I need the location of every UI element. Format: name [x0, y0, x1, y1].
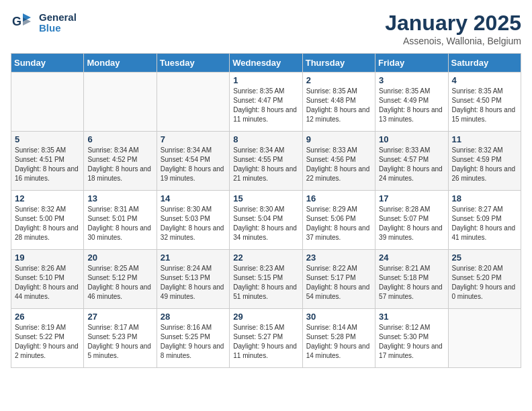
day-number: 30 [306, 312, 371, 322]
calendar-cell: 1Sunrise: 8:35 AM Sunset: 4:47 PM Daylig… [230, 73, 302, 132]
day-info: Sunrise: 8:14 AM Sunset: 5:28 PM Dayligh… [306, 323, 371, 361]
day-number: 8 [233, 134, 298, 144]
calendar-cell: 22Sunrise: 8:23 AM Sunset: 5:15 PM Dayli… [230, 250, 302, 309]
day-of-week-header: Thursday [302, 54, 375, 73]
day-info: Sunrise: 8:21 AM Sunset: 5:18 PM Dayligh… [379, 264, 444, 302]
day-number: 23 [306, 253, 371, 263]
day-info: Sunrise: 8:33 AM Sunset: 4:57 PM Dayligh… [379, 146, 444, 183]
day-info: Sunrise: 8:26 AM Sunset: 5:10 PM Dayligh… [15, 264, 80, 302]
day-info: Sunrise: 8:16 AM Sunset: 5:25 PM Dayligh… [161, 323, 226, 361]
day-info: Sunrise: 8:35 AM Sunset: 4:49 PM Dayligh… [379, 87, 444, 124]
calendar-cell: 15Sunrise: 8:30 AM Sunset: 5:04 PM Dayli… [230, 191, 302, 250]
day-info: Sunrise: 8:31 AM Sunset: 5:01 PM Dayligh… [87, 205, 152, 242]
day-number: 25 [452, 253, 517, 263]
calendar-cell: 2Sunrise: 8:35 AM Sunset: 4:48 PM Daylig… [302, 73, 375, 132]
day-info: Sunrise: 8:34 AM Sunset: 4:55 PM Dayligh… [233, 146, 298, 183]
day-of-week-header: Saturday [448, 54, 521, 73]
calendar-cell: 17Sunrise: 8:28 AM Sunset: 5:07 PM Dayli… [375, 191, 448, 250]
day-info: Sunrise: 8:12 AM Sunset: 5:30 PM Dayligh… [379, 323, 444, 361]
svg-text:G: G [12, 15, 21, 28]
calendar-cell: 20Sunrise: 8:25 AM Sunset: 5:12 PM Dayli… [84, 250, 157, 309]
calendar-cell: 9Sunrise: 8:33 AM Sunset: 4:56 PM Daylig… [302, 132, 375, 191]
calendar-week-row: 26Sunrise: 8:19 AM Sunset: 5:22 PM Dayli… [11, 309, 521, 368]
calendar-cell: 27Sunrise: 8:17 AM Sunset: 5:23 PM Dayli… [84, 309, 157, 368]
calendar-cell: 10Sunrise: 8:33 AM Sunset: 4:57 PM Dayli… [375, 132, 448, 191]
calendar-cell: 16Sunrise: 8:29 AM Sunset: 5:06 PM Dayli… [302, 191, 375, 250]
day-number: 18 [452, 193, 517, 203]
day-number: 5 [15, 134, 80, 144]
day-info: Sunrise: 8:35 AM Sunset: 4:51 PM Dayligh… [15, 146, 80, 183]
day-of-week-header: Wednesday [230, 54, 302, 73]
day-info: Sunrise: 8:32 AM Sunset: 5:00 PM Dayligh… [15, 205, 80, 242]
calendar-cell: 28Sunrise: 8:16 AM Sunset: 5:25 PM Dayli… [157, 309, 229, 368]
calendar-week-row: 12Sunrise: 8:32 AM Sunset: 5:00 PM Dayli… [11, 191, 521, 250]
day-info: Sunrise: 8:17 AM Sunset: 5:23 PM Dayligh… [87, 323, 152, 361]
day-number: 21 [161, 253, 226, 263]
calendar-cell: 30Sunrise: 8:14 AM Sunset: 5:28 PM Dayli… [302, 309, 375, 368]
day-info: Sunrise: 8:25 AM Sunset: 5:12 PM Dayligh… [87, 264, 152, 302]
day-number: 10 [379, 134, 444, 144]
page-header: G General Blue January 2025 Assenois, Wa… [11, 11, 521, 46]
logo: G General Blue [11, 11, 77, 35]
calendar-title: January 2025 [385, 11, 521, 36]
calendar-cell: 31Sunrise: 8:12 AM Sunset: 5:30 PM Dayli… [375, 309, 448, 368]
calendar-cell: 8Sunrise: 8:34 AM Sunset: 4:55 PM Daylig… [230, 132, 302, 191]
calendar-cell: 13Sunrise: 8:31 AM Sunset: 5:01 PM Dayli… [84, 191, 157, 250]
calendar-cell [448, 309, 521, 368]
day-number: 4 [452, 75, 517, 85]
day-number: 22 [233, 253, 298, 263]
day-of-week-header: Sunday [11, 54, 84, 73]
day-info: Sunrise: 8:30 AM Sunset: 5:04 PM Dayligh… [233, 205, 298, 242]
calendar-cell: 12Sunrise: 8:32 AM Sunset: 5:00 PM Dayli… [11, 191, 84, 250]
day-number: 24 [379, 253, 444, 263]
day-of-week-header: Tuesday [157, 54, 229, 73]
logo-icon: G [11, 11, 35, 35]
day-info: Sunrise: 8:35 AM Sunset: 4:48 PM Dayligh… [306, 87, 371, 124]
day-number: 11 [452, 134, 517, 144]
calendar-cell: 24Sunrise: 8:21 AM Sunset: 5:18 PM Dayli… [375, 250, 448, 309]
day-number: 13 [87, 193, 152, 203]
day-of-week-header: Monday [84, 54, 157, 73]
day-number: 19 [15, 253, 80, 263]
day-number: 7 [161, 134, 226, 144]
day-info: Sunrise: 8:27 AM Sunset: 5:09 PM Dayligh… [452, 205, 517, 242]
day-info: Sunrise: 8:22 AM Sunset: 5:17 PM Dayligh… [306, 264, 371, 302]
calendar-cell [157, 73, 229, 132]
day-number: 1 [233, 75, 298, 85]
calendar-week-row: 5Sunrise: 8:35 AM Sunset: 4:51 PM Daylig… [11, 132, 521, 191]
day-number: 29 [233, 312, 298, 322]
calendar-cell: 26Sunrise: 8:19 AM Sunset: 5:22 PM Dayli… [11, 309, 84, 368]
calendar-week-row: 1Sunrise: 8:35 AM Sunset: 4:47 PM Daylig… [11, 73, 521, 132]
day-info: Sunrise: 8:33 AM Sunset: 4:56 PM Dayligh… [306, 146, 371, 183]
day-info: Sunrise: 8:34 AM Sunset: 4:54 PM Dayligh… [161, 146, 226, 183]
calendar-week-row: 19Sunrise: 8:26 AM Sunset: 5:10 PM Dayli… [11, 250, 521, 309]
calendar-cell [11, 73, 84, 132]
day-number: 31 [379, 312, 444, 322]
calendar-cell: 14Sunrise: 8:30 AM Sunset: 5:03 PM Dayli… [157, 191, 229, 250]
calendar-cell: 21Sunrise: 8:24 AM Sunset: 5:13 PM Dayli… [157, 250, 229, 309]
day-info: Sunrise: 8:20 AM Sunset: 5:20 PM Dayligh… [452, 264, 517, 302]
day-of-week-header: Friday [375, 54, 448, 73]
day-number: 3 [379, 75, 444, 85]
title-block: January 2025 Assenois, Wallonia, Belgium [385, 11, 521, 46]
calendar-cell: 5Sunrise: 8:35 AM Sunset: 4:51 PM Daylig… [11, 132, 84, 191]
calendar-subtitle: Assenois, Wallonia, Belgium [385, 36, 521, 46]
day-info: Sunrise: 8:35 AM Sunset: 4:50 PM Dayligh… [452, 87, 517, 124]
day-number: 28 [161, 312, 226, 322]
day-number: 27 [87, 312, 152, 322]
day-info: Sunrise: 8:28 AM Sunset: 5:07 PM Dayligh… [379, 205, 444, 242]
day-info: Sunrise: 8:29 AM Sunset: 5:06 PM Dayligh… [306, 205, 371, 242]
calendar-header-row: SundayMondayTuesdayWednesdayThursdayFrid… [11, 54, 521, 73]
calendar-table: SundayMondayTuesdayWednesdayThursdayFrid… [11, 53, 521, 368]
day-number: 26 [15, 312, 80, 322]
calendar-cell: 29Sunrise: 8:15 AM Sunset: 5:27 PM Dayli… [230, 309, 302, 368]
calendar-cell: 23Sunrise: 8:22 AM Sunset: 5:17 PM Dayli… [302, 250, 375, 309]
day-number: 6 [87, 134, 152, 144]
day-info: Sunrise: 8:35 AM Sunset: 4:47 PM Dayligh… [233, 87, 298, 124]
day-info: Sunrise: 8:30 AM Sunset: 5:03 PM Dayligh… [161, 205, 226, 242]
calendar-cell: 6Sunrise: 8:34 AM Sunset: 4:52 PM Daylig… [84, 132, 157, 191]
day-number: 2 [306, 75, 371, 85]
day-number: 15 [233, 193, 298, 203]
calendar-cell: 25Sunrise: 8:20 AM Sunset: 5:20 PM Dayli… [448, 250, 521, 309]
calendar-cell: 18Sunrise: 8:27 AM Sunset: 5:09 PM Dayli… [448, 191, 521, 250]
